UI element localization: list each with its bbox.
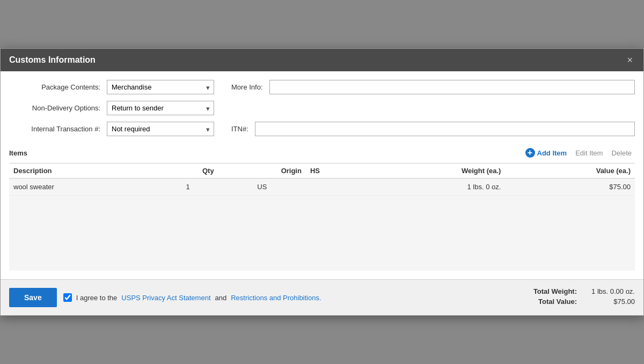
- col-header-weight: Weight (ea.): [361, 164, 505, 179]
- itn-label: ITN#:: [231, 125, 248, 133]
- internal-transaction-row: Internal Transaction #: Not required Req…: [9, 122, 635, 136]
- total-value-label: Total Value:: [538, 298, 577, 306]
- internal-transaction-select[interactable]: Not required Required: [107, 122, 214, 136]
- cell-origin: US: [218, 179, 306, 196]
- dialog-footer: Save I agree to the USPS Privacy Act Sta…: [1, 279, 643, 315]
- col-header-origin: Origin: [218, 164, 306, 179]
- cell-value: $75.00: [505, 179, 635, 196]
- privacy-act-link[interactable]: USPS Privacy Act Statement: [121, 294, 210, 302]
- package-contents-label: Package Contents:: [9, 83, 100, 91]
- col-header-qty: Qty: [157, 164, 218, 179]
- total-weight-label: Total Weight:: [533, 287, 577, 295]
- agree-checkbox[interactable]: [63, 293, 72, 302]
- agree-area: I agree to the USPS Privacy Act Statemen…: [63, 293, 527, 302]
- cell-weight: 1 lbs. 0 oz.: [361, 179, 505, 196]
- more-info-label: More Info:: [231, 83, 263, 91]
- non-delivery-label: Non-Delivery Options:: [9, 104, 100, 112]
- non-delivery-row: Non-Delivery Options: Return to sender A…: [9, 101, 635, 115]
- package-contents-select[interactable]: Merchandise Documents Gift Returned Good…: [107, 80, 214, 94]
- total-value-row: Total Value: $75.00: [533, 298, 635, 306]
- items-area: Description Qty Origin HS Weight (ea.) V…: [9, 164, 635, 271]
- dialog-body: Package Contents: Merchandise Documents …: [1, 71, 643, 279]
- dialog-title: Customs Information: [9, 55, 96, 65]
- add-item-button[interactable]: + Add Item: [522, 147, 570, 159]
- cell-description: wool sweater: [9, 179, 157, 196]
- itn-input[interactable]: [255, 122, 635, 136]
- total-weight-value: 1 lbs. 0.00 oz.: [581, 287, 635, 295]
- restrictions-link[interactable]: Restrictions and Prohibitions.: [231, 294, 321, 302]
- package-contents-row: Package Contents: Merchandise Documents …: [9, 80, 635, 94]
- totals-area: Total Weight: 1 lbs. 0.00 oz. Total Valu…: [533, 287, 635, 308]
- non-delivery-select[interactable]: Return to sender Abandon: [107, 101, 214, 115]
- cell-qty: 1: [157, 179, 218, 196]
- items-actions: + Add Item Edit Item Delete: [522, 147, 635, 159]
- items-table: Description Qty Origin HS Weight (ea.) V…: [9, 164, 635, 196]
- dialog-header: Customs Information ×: [1, 49, 643, 71]
- delete-button[interactable]: Delete: [608, 148, 635, 158]
- table-row[interactable]: wool sweater 1 US 1 lbs. 0 oz. $75.00: [9, 179, 635, 196]
- close-button[interactable]: ×: [625, 55, 635, 65]
- more-info-input[interactable]: [269, 80, 635, 94]
- total-value-value: $75.00: [581, 298, 635, 306]
- table-header-row: Description Qty Origin HS Weight (ea.) V…: [9, 164, 635, 179]
- cell-hs: [306, 179, 361, 196]
- items-header: Items + Add Item Edit Item Delete: [9, 143, 635, 164]
- col-header-hs: HS: [306, 164, 361, 179]
- edit-item-button[interactable]: Edit Item: [572, 148, 606, 158]
- agree-text-and: and: [215, 294, 227, 302]
- non-delivery-select-wrapper: Return to sender Abandon: [107, 101, 214, 115]
- col-header-description: Description: [9, 164, 157, 179]
- total-weight-row: Total Weight: 1 lbs. 0.00 oz.: [533, 287, 635, 295]
- save-button[interactable]: Save: [9, 288, 57, 307]
- add-item-label: Add Item: [537, 149, 567, 157]
- col-header-value: Value (ea.): [505, 164, 635, 179]
- internal-transaction-label: Internal Transaction #:: [9, 125, 100, 133]
- package-contents-select-wrapper: Merchandise Documents Gift Returned Good…: [107, 80, 214, 94]
- agree-text-before: I agree to the: [76, 294, 118, 302]
- customs-information-dialog: Customs Information × Package Contents: …: [0, 48, 644, 316]
- internal-transaction-select-wrapper: Not required Required: [107, 122, 214, 136]
- add-item-plus-icon: +: [525, 148, 535, 158]
- items-title: Items: [9, 149, 522, 157]
